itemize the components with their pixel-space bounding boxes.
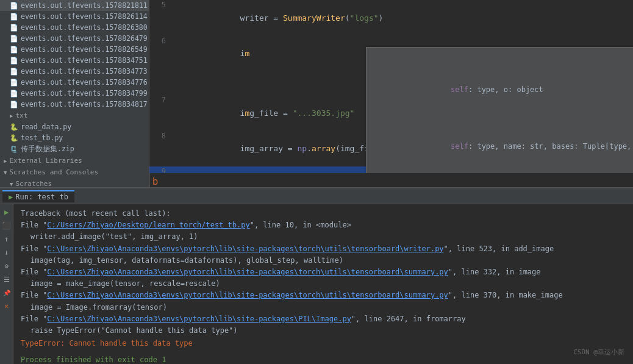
sidebar-item-events9[interactable]: events.out.tfevents.1578834799.DESKTOP-8… [0,88,149,99]
sidebar-file-label: events.out.tfevents.1578826380.DESKTOP-8… [21,23,149,32]
scroll-up-button[interactable]: ↑ [1,234,12,244]
sidebar-external-libraries[interactable]: ▶ External Libraries [0,155,149,166]
sidebar-file-label: events.out.tfevents.1578826549.DESKTOP-8… [21,45,149,54]
line-number: 9 [149,166,171,173]
file-icon [10,1,18,10]
traceback-entry-2: File "C:\Users\Zhiyao\Anaconda3\envs\pyt… [21,243,626,266]
traceback-file-link-4[interactable]: C:\Users\Zhiyao\Anaconda3\envs\pytorch\l… [47,291,448,299]
table-row: 5 writer = SummaryWriter("logs") [149,0,633,36]
run-output: Traceback (most recent call last): File … [13,204,633,364]
run-tab-bar: ▶ Run: test tb [0,188,633,204]
line-number: 8 [149,131,171,167]
sidebar-item-events10[interactable]: events.out.tfevents.1578834817.DESKTOP-8… [0,99,149,110]
code-scroll[interactable]: 5 writer = SummaryWriter("logs") 6 im [149,0,633,173]
arrow-right-icon: ▶ [4,158,7,164]
traceback-entry-4: File "C:\Users\Zhiyao\Anaconda3\envs\pyt… [21,290,626,313]
sidebar-file-label: events.out.tfevents.1578834799.DESKTOP-8… [21,89,149,98]
file-icon [10,78,18,87]
watermark: CSDN @幸运小新 [573,347,624,358]
sidebar-file-label: events.out.tfevents.1578821811.DESKTOP-8… [21,1,149,10]
finish-message: Process finished with exit code 1 [21,354,626,364]
run-icon: ▶ [9,193,13,201]
file-icon [10,45,18,54]
sidebar-item-events5[interactable]: events.out.tfevents.1578826549.DESKTOP-8… [0,44,149,55]
sidebar-file-label: read_data.py [21,123,71,131]
sidebar-item-events2[interactable]: events.out.tfevents.1578826114.DESKTOP-8… [0,11,149,22]
editor-area: 5 writer = SummaryWriter("logs") 6 im [149,0,633,187]
line-number: 5 [149,0,171,36]
sidebar-test-tb[interactable]: test_tb.py [0,132,149,143]
sidebar-file-label: 传手数据集.zip [21,145,74,154]
txt-folder-label: txt [15,112,27,120]
arrow-right-icon: ▶ [10,113,13,119]
autocomplete-tooltip: self: type, o: object self: type, name: … [366,47,633,174]
right-gutter-marker: b [152,176,159,187]
run-content-row: ▶ ⬛ ↑ ↓ ⚙ ☰ 📌 ✕ Traceback (most recent c… [0,204,633,364]
file-icon [10,56,18,65]
zip-icon [10,145,18,154]
sidebar-item-events7[interactable]: events.out.tfevents.1578834773.DESKTOP-8… [0,66,149,77]
external-libraries-label: External Libraries [9,157,82,165]
traceback-file-link-3[interactable]: C:\Users\Zhiyao\Anaconda3\envs\pytorch\l… [47,268,448,276]
tab-run[interactable]: ▶ Run: test tb [2,190,74,202]
sidebar-item-events4[interactable]: events.out.tfevents.1578826479.DESKTOP-8… [0,33,149,44]
sidebar-file-label: events.out.tfevents.1578826114.DESKTOP-8… [21,12,149,21]
traceback-file-link-5[interactable]: C:\Users\Zhiyao\Anaconda3\envs\pytorch\l… [47,315,351,323]
file-icon [10,67,18,76]
code-table: 5 writer = SummaryWriter("logs") 6 im [149,0,633,173]
sidebar-file-label: events.out.tfevents.1578834817.DESKTOP-8… [21,100,149,109]
arrow-down-icon: ▼ [4,170,7,176]
python-icon [10,134,18,142]
sidebar-zip[interactable]: 传手数据集.zip [0,143,149,155]
file-icon [10,34,18,43]
sidebar-item-events3[interactable]: events.out.tfevents.1578826380.DESKTOP-8… [0,22,149,33]
file-icon [10,89,18,98]
sidebar-file-label: events.out.tfevents.1578834773.DESKTOP-8… [21,67,149,76]
error-type-line: TypeError: Cannot handle this data type [21,338,626,349]
bottom-panel: ▶ Run: test tb ▶ ⬛ ↑ ↓ ⚙ ☰ 📌 ✕ Traceback… [0,187,633,364]
sidebar-item-events6[interactable]: events.out.tfevents.1578834751.DESKTOP-8… [0,55,149,66]
sidebar: events.out.tfevents.1578821811.DESKTOP-8… [0,0,149,187]
table-row: 6 im self: type, o: object self: type, n… [149,36,633,96]
sidebar-read-data[interactable]: read_data.py [0,121,149,132]
file-icon [10,12,18,21]
line-number: 7 [149,95,171,131]
line-content[interactable]: im self: type, o: object self: type, nam… [171,36,633,96]
python-icon [10,123,18,131]
file-icon [10,23,18,32]
stop-button[interactable]: ⬛ [1,220,12,231]
scroll-down-button[interactable]: ↓ [1,247,12,258]
pin-button[interactable]: 📌 [1,287,12,298]
traceback-entry-3: File "C:\Users\Zhiyao\Anaconda3\envs\pyt… [21,266,626,290]
line-number: 6 [149,36,171,96]
sidebar-file-label: test_tb.py [21,134,63,142]
scratches-sub-label: Scratches [15,180,52,187]
traceback-entry-5: File "C:\Users\Zhiyao\Anaconda3\envs\pyt… [21,313,626,337]
close-run-button[interactable]: ✕ [1,301,12,312]
right-gutter: b [149,173,160,187]
sidebar-scratches[interactable]: ▼ Scratches and Consoles [0,166,149,178]
traceback-file-link-1[interactable]: C:/Users/Zhiyao/Desktop/learn_torch/test… [47,221,249,229]
sidebar-file-label: events.out.tfevents.1578826479.DESKTOP-8… [21,34,149,43]
sidebar-item-events1[interactable]: events.out.tfevents.1578821811.DESKTOP-8… [0,0,149,11]
sidebar-file-label: events.out.tfevents.1578834751.DESKTOP-8… [21,56,149,65]
sidebar-txt-section[interactable]: ▶ txt [0,110,149,121]
sidebar-scratches-sub[interactable]: ▼ Scratches [0,178,149,187]
sidebar-item-events8[interactable]: events.out.tfevents.1578834776.DESKTOP-8… [0,77,149,88]
run-toolbar: ▶ ⬛ ↑ ↓ ⚙ ☰ 📌 ✕ [0,204,13,364]
traceback-header: Traceback (most recent call last): [21,208,626,219]
filter-button[interactable]: ☰ [1,274,12,285]
rerun-button[interactable]: ▶ [1,207,12,218]
settings-button[interactable]: ⚙ [1,260,12,271]
file-icon [10,100,18,109]
main-container: events.out.tfevents.1578821811.DESKTOP-8… [0,0,633,187]
traceback-file-link-2[interactable]: C:\Users\Zhiyao\Anaconda3\envs\pytorch\l… [47,244,443,253]
arrow-down-icon: ▼ [10,181,13,187]
traceback-entry-1: File "C:/Users/Zhiyao/Desktop/learn_torc… [21,219,626,243]
scratches-label: Scratches and Consoles [9,168,98,176]
line-content[interactable]: writer = SummaryWriter("logs") [171,0,633,36]
run-tab-label: Run: test tb [15,193,68,201]
sidebar-file-label: events.out.tfevents.1578834776.DESKTOP-8… [21,78,149,87]
